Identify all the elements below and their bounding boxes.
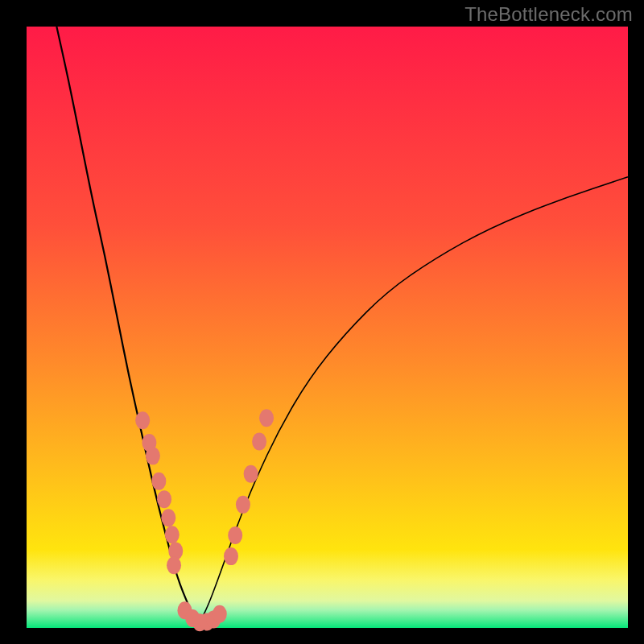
chart-frame: TheBottleneck.com bbox=[0, 0, 644, 644]
series-right-ascending-curve bbox=[198, 177, 628, 625]
data-point bbox=[236, 496, 250, 514]
data-point bbox=[151, 473, 166, 490]
data-point bbox=[259, 409, 274, 427]
data-point bbox=[165, 526, 180, 543]
data-point bbox=[167, 556, 181, 574]
data-point bbox=[161, 509, 175, 526]
watermark-text: TheBottleneck.com bbox=[464, 3, 633, 26]
data-point bbox=[157, 490, 171, 508]
data-point bbox=[135, 411, 150, 429]
data-point bbox=[213, 605, 227, 623]
data-point bbox=[228, 526, 242, 544]
data-point bbox=[252, 432, 266, 450]
data-point bbox=[146, 447, 160, 464]
chart-svg bbox=[0, 0, 644, 644]
data-point bbox=[224, 547, 238, 565]
data-point bbox=[244, 465, 258, 483]
